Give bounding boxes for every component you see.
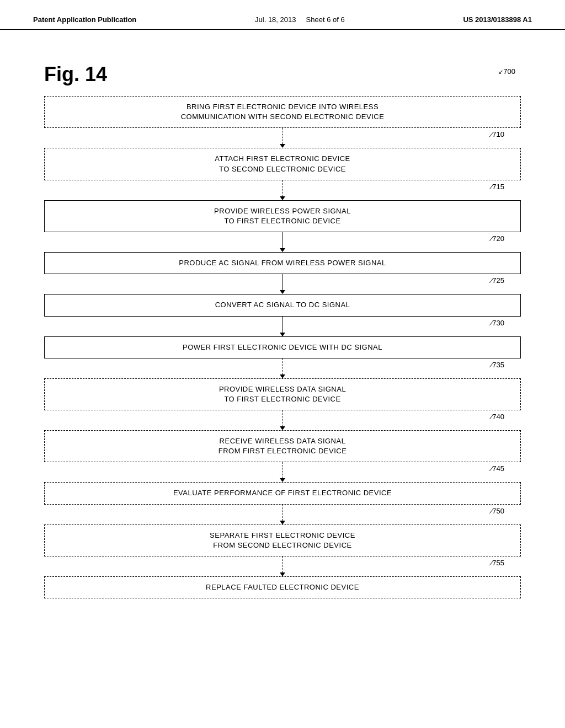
connector-735: ∕740: [44, 410, 521, 430]
ref-715: ∕715: [491, 183, 504, 191]
step-720: PRODUCE AC SIGNAL FROM WIRELESS POWER SI…: [44, 252, 521, 274]
step-box-755: REPLACE FAULTED ELECTRONIC DEVICE: [44, 576, 521, 598]
connector-710: ∕715: [44, 180, 521, 200]
step-745: EVALUATE PERFORMANCE OF FIRST ELECTRONIC…: [44, 482, 521, 504]
connector-740: ∕745: [44, 462, 521, 482]
page: Patent Application Publication Jul. 18, …: [0, 0, 565, 728]
connector-720: ∕725: [44, 274, 521, 294]
step-box-730: POWER FIRST ELECTRONIC DEVICE WITH DC SI…: [44, 336, 521, 358]
ref-730: ∕730: [491, 319, 504, 327]
step-box-705: BRING FIRST ELECTRONIC DEVICE INTO WIREL…: [44, 96, 521, 128]
header-left: Patent Application Publication: [33, 15, 136, 24]
step-730: POWER FIRST ELECTRONIC DEVICE WITH DC SI…: [44, 336, 521, 358]
header-date: Jul. 18, 2013: [255, 15, 296, 24]
ref-725: ∕725: [491, 276, 504, 285]
step-box-745: EVALUATE PERFORMANCE OF FIRST ELECTRONIC…: [44, 482, 521, 504]
connector-725: ∕730: [44, 317, 521, 336]
step-710: ATTACH FIRST ELECTRONIC DEVICE TO SECOND…: [44, 148, 521, 180]
header-center: Jul. 18, 2013 Sheet 6 of 6: [255, 15, 345, 24]
step-725: CONVERT AC SIGNAL TO DC SIGNAL: [44, 294, 521, 316]
step-715: PROVIDE WIRELESS POWER SIGNAL TO FIRST E…: [44, 200, 521, 232]
header-sheet: Sheet 6 of 6: [306, 15, 345, 24]
flowchart: BRING FIRST ELECTRONIC DEVICE INTO WIREL…: [44, 96, 521, 598]
page-header: Patent Application Publication Jul. 18, …: [0, 0, 565, 30]
ref-755: ∕755: [491, 559, 504, 567]
ref-740: ∕740: [491, 413, 504, 421]
header-right: US 2013/0183898 A1: [463, 15, 532, 24]
step-box-715: PROVIDE WIRELESS POWER SIGNAL TO FIRST E…: [44, 200, 521, 232]
figure-title: Fig. 14: [44, 63, 107, 86]
step-755: REPLACE FAULTED ELECTRONIC DEVICE: [44, 576, 521, 598]
ref-745: ∕745: [491, 464, 504, 473]
step-box-725: CONVERT AC SIGNAL TO DC SIGNAL: [44, 294, 521, 316]
connector-745: ∕750: [44, 505, 521, 524]
step-box-740: RECEIVE WIRELESS DATA SIGNAL FROM FIRST …: [44, 430, 521, 462]
step-box-720: PRODUCE AC SIGNAL FROM WIRELESS POWER SI…: [44, 252, 521, 274]
step-705: BRING FIRST ELECTRONIC DEVICE INTO WIREL…: [44, 96, 521, 128]
connector-750: ∕755: [44, 556, 521, 576]
step-750: SEPARATE FIRST ELECTRONIC DEVICE FROM SE…: [44, 524, 521, 556]
step-740: RECEIVE WIRELESS DATA SIGNAL FROM FIRST …: [44, 430, 521, 462]
ref-735: ∕735: [491, 361, 504, 369]
ref-710: ∕710: [491, 130, 504, 138]
step-box-735: PROVIDE WIRELESS DATA SIGNAL TO FIRST EL…: [44, 378, 521, 410]
step-735: PROVIDE WIRELESS DATA SIGNAL TO FIRST EL…: [44, 378, 521, 410]
connector-715: ∕720: [44, 232, 521, 252]
step-box-710: ATTACH FIRST ELECTRONIC DEVICE TO SECOND…: [44, 148, 521, 180]
step-box-750: SEPARATE FIRST ELECTRONIC DEVICE FROM SE…: [44, 524, 521, 556]
ref-main: ↙700: [498, 67, 521, 76]
connector-730: ∕735: [44, 358, 521, 378]
main-content: Fig. 14 ↙700 BRING FIRST ELECTRONIC DEVI…: [0, 30, 565, 631]
connector-705: ∕710: [44, 128, 521, 148]
ref-720: ∕720: [491, 234, 504, 243]
ref-750: ∕750: [491, 507, 504, 515]
